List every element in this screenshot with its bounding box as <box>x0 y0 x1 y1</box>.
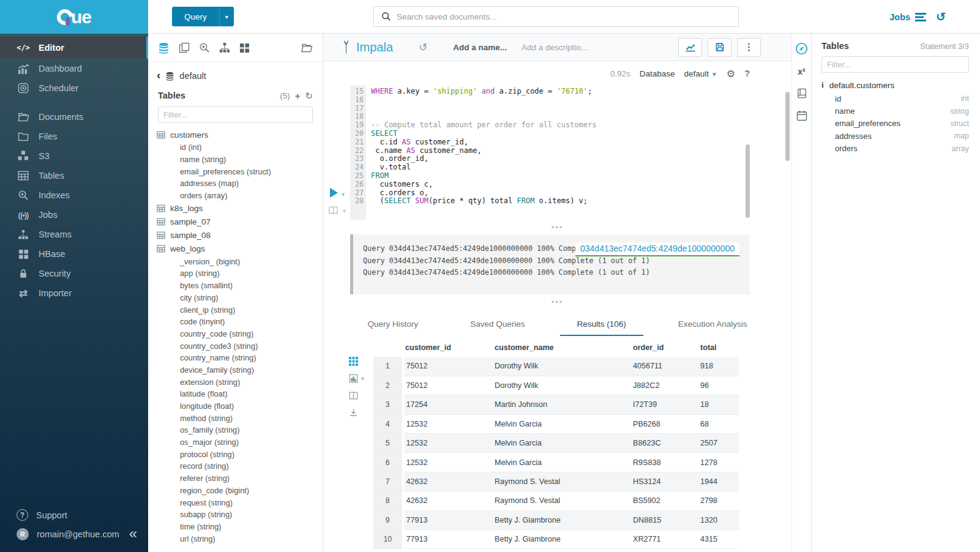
sidebar-item-indexes[interactable]: Indexes <box>0 185 148 205</box>
save-button[interactable] <box>708 38 731 57</box>
code-line[interactable] <box>371 113 791 121</box>
assist-column[interactable]: referer (string) <box>157 472 323 485</box>
code-line[interactable] <box>371 105 791 113</box>
column-row[interactable]: namestring <box>821 105 969 117</box>
jobs-link[interactable]: Jobs <box>889 12 926 22</box>
documents-source-icon[interactable] <box>179 42 190 53</box>
query-history-icon[interactable]: ↺ <box>936 10 946 24</box>
code-line[interactable]: SELECT <box>371 130 791 138</box>
sidebar-item-files[interactable]: Files <box>0 127 148 146</box>
assist-column[interactable]: device_family (string) <box>157 364 323 376</box>
assist-column[interactable]: city (string) <box>157 292 323 304</box>
assistant-compass-icon[interactable] <box>795 42 808 55</box>
active-table-row[interactable]: i default.customers <box>821 80 969 90</box>
sidebar-item-editor[interactable]: </>Editor <box>0 37 148 59</box>
assist-table-sample_08[interactable]: sample_08 <box>157 228 323 242</box>
query-dropdown-caret[interactable]: ▾ <box>219 7 234 26</box>
query-description-field[interactable]: Add a descriptio... <box>522 43 588 52</box>
column-header[interactable]: total <box>698 341 739 357</box>
code-lines[interactable]: WHERE a.key = 'shipping' and a.zip_code … <box>366 86 791 220</box>
hue-logo[interactable]: ue <box>0 0 148 34</box>
right-filter-input[interactable] <box>821 56 969 73</box>
apps-grid-icon[interactable] <box>239 43 250 53</box>
sidebar-item-dashboard[interactable]: Dashboard <box>0 59 148 78</box>
columns-view-icon[interactable] <box>349 391 373 400</box>
column-row[interactable]: idint <box>821 92 969 105</box>
assist-column[interactable]: _version_ (bigint) <box>157 255 323 267</box>
language-reference-icon[interactable] <box>796 88 807 99</box>
add-table-icon[interactable]: + <box>295 91 301 100</box>
tab-query-history[interactable]: Query History <box>351 319 436 336</box>
assist-column[interactable]: os_family (string) <box>157 424 323 436</box>
assist-column[interactable]: addresses (map) <box>157 177 323 190</box>
docs-book-icon[interactable] <box>328 206 339 215</box>
sidebar-item-jobs[interactable]: ((•))Jobs <box>0 205 148 225</box>
refresh-icon[interactable]: ↻ <box>305 91 313 100</box>
sidebar-item-importer[interactable]: ⇄Importer <box>0 283 148 303</box>
assist-column[interactable]: bytes (smallint) <box>157 280 323 292</box>
sidebar-item-s3[interactable]: S3 <box>0 146 148 166</box>
query-name-field[interactable]: Add a name... <box>453 43 507 52</box>
code-line[interactable]: c.orders o, <box>371 189 791 198</box>
assist-column[interactable]: longitude (float) <box>157 400 323 412</box>
assist-column[interactable]: time (string) <box>157 521 323 533</box>
more-actions-button[interactable]: ⋮ <box>737 38 761 57</box>
assist-table-sample_07[interactable]: sample_07 <box>157 215 323 228</box>
code-line[interactable]: -- Compute total amount per order for al… <box>371 121 791 130</box>
assist-column[interactable]: app (string) <box>157 267 323 280</box>
resize-handle[interactable]: ••• <box>323 220 791 234</box>
main-scrollbar[interactable] <box>785 92 790 161</box>
help-question-icon[interactable]: ? <box>744 69 750 78</box>
database-name[interactable]: default <box>179 71 206 81</box>
editor-scrollbar[interactable] <box>746 144 750 218</box>
editor-history-icon[interactable]: ↺ <box>419 41 427 54</box>
schedule-calendar-icon[interactable] <box>796 110 807 121</box>
tab-saved-queries[interactable]: Saved Queries <box>453 319 542 336</box>
assist-column[interactable]: orders (array) <box>157 190 323 202</box>
search-input[interactable] <box>397 12 731 21</box>
code-line[interactable]: customers c, <box>371 181 791 189</box>
assist-column[interactable]: id (int) <box>157 141 323 154</box>
assist-column[interactable]: code (tinyint) <box>157 316 323 328</box>
assist-column[interactable]: protocol (string) <box>157 448 323 460</box>
column-header[interactable]: customer_id <box>403 341 492 357</box>
column-row[interactable]: addressesmap <box>821 130 969 142</box>
execute-button[interactable] <box>330 188 338 198</box>
assist-table-web_logs[interactable]: web_logs <box>157 242 323 255</box>
sitemap-icon[interactable] <box>219 42 230 53</box>
column-header[interactable]: order_id <box>630 341 698 357</box>
sidebar-item-scheduler[interactable]: Scheduler <box>0 78 148 98</box>
code-line[interactable]: FROM <box>371 172 791 181</box>
code-line[interactable]: v.total <box>371 163 791 172</box>
assist-column[interactable]: name (string) <box>157 154 323 166</box>
sidebar-item-documents[interactable]: Documents <box>0 107 148 127</box>
code-line[interactable]: c.name AS customer_name, <box>371 147 791 155</box>
assist-column[interactable]: latitude (float) <box>157 388 323 400</box>
assist-column[interactable]: country_code (string) <box>157 328 323 340</box>
column-row[interactable]: ordersarray <box>821 143 969 155</box>
chart-options-caret-icon[interactable]: ▼ <box>360 376 365 382</box>
sidebar-item-streams[interactable]: Streams <box>0 225 148 244</box>
assist-column[interactable]: region_code (bigint) <box>157 485 323 497</box>
sidebar-item-tables[interactable]: Tables <box>0 166 148 185</box>
assist-table-customers[interactable]: customers <box>157 128 323 141</box>
assist-column[interactable]: country_code3 (string) <box>157 340 323 352</box>
assist-filter-input[interactable] <box>158 106 313 123</box>
assist-column[interactable]: method (string) <box>157 412 323 424</box>
sidebar-item-hbase[interactable]: HBase <box>0 244 148 264</box>
assist-column[interactable]: subapp (string) <box>157 509 323 521</box>
assist-column[interactable]: country_name (string) <box>157 352 323 364</box>
support-link[interactable]: ? Support <box>0 505 148 524</box>
code-line[interactable]: c.id AS customer_id, <box>371 138 791 147</box>
docs-caret-icon[interactable]: ▼ <box>342 208 347 214</box>
download-icon[interactable] <box>349 408 373 417</box>
resize-handle[interactable]: ••• <box>323 294 791 309</box>
column-row[interactable]: email_preferencesstruct <box>821 117 969 130</box>
assist-column[interactable]: request (string) <box>157 496 323 509</box>
code-line[interactable]: o.order_id, <box>371 155 791 163</box>
tab-results-106-[interactable]: Results (106) <box>560 319 643 336</box>
sidebar-item-security[interactable]: Security <box>0 264 148 283</box>
column-header[interactable]: customer_name <box>492 341 630 357</box>
chart-settings-button[interactable] <box>678 38 702 57</box>
collapse-sidebar-icon[interactable]: « <box>129 526 137 541</box>
